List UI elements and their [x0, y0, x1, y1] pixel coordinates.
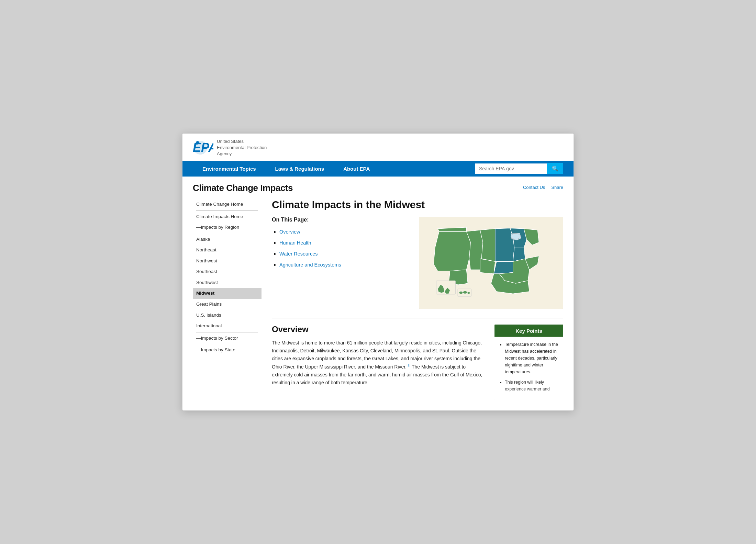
key-points-box: Key Points Temperature increase in the M… — [494, 325, 563, 400]
key-point-2: This region will likely experience warme… — [505, 379, 558, 393]
nav-env-topics[interactable]: Environmental Topics — [193, 161, 266, 177]
content-title: Climate Impacts in the Midwest — [272, 199, 563, 211]
page-title: Climate Change Impacts — [193, 183, 293, 193]
sidebar-item-alaska[interactable]: Alaska — [193, 234, 262, 245]
epa-logo-text: United StatesEnvironmental ProtectionAge… — [217, 138, 267, 157]
nav-about-epa[interactable]: About EPA — [334, 161, 379, 177]
svg-point-7 — [463, 291, 467, 294]
svg-point-8 — [467, 292, 470, 294]
overview-section: Overview The Midwest is home to more tha… — [272, 325, 563, 400]
list-item-water-resources: Water Resources — [279, 248, 409, 259]
key-points-header: Key Points — [494, 325, 563, 337]
footnote-1: [1] — [407, 363, 410, 367]
sidebar-item-southeast[interactable]: Southeast — [193, 266, 262, 277]
sidebar-divider-1 — [196, 210, 258, 211]
sidebar-item-climate-change-home[interactable]: Climate Change Home — [193, 199, 262, 210]
key-point-1: Temperature increase in the Midwest has … — [505, 341, 558, 375]
sidebar-divider-3 — [196, 332, 258, 332]
content-area: Climate Impacts in the Midwest On This P… — [265, 195, 563, 400]
sidebar: Climate Change Home Climate Impacts Home… — [193, 195, 265, 400]
content-divider — [272, 318, 563, 318]
sidebar-item-northeast[interactable]: Northeast — [193, 245, 262, 256]
nav-search-bar: 🔍 — [475, 163, 563, 174]
link-agriculture[interactable]: Agriculture and Ecosystems — [279, 262, 341, 268]
link-human-health[interactable]: Human Health — [279, 240, 311, 246]
main-layout: Climate Change Home Climate Impacts Home… — [182, 195, 574, 410]
link-overview[interactable]: Overview — [279, 229, 300, 235]
search-input[interactable] — [475, 163, 547, 174]
on-this-page: On This Page: Overview Human Health Wate… — [272, 217, 409, 270]
epa-logo-icon: EPA — [193, 139, 213, 156]
svg-point-3 — [511, 234, 521, 239]
epa-header: EPA United StatesEnvironmental Protectio… — [182, 134, 574, 161]
sidebar-divider-4 — [196, 344, 258, 344]
sidebar-impacts-by-sector-label: —Impacts by Sector — [193, 333, 262, 343]
contact-us-link[interactable]: Contact Us — [523, 185, 545, 190]
page-actions: Contact Us Share — [523, 185, 563, 190]
key-points-body: Temperature increase in the Midwest has … — [494, 337, 563, 400]
overview-title: Overview — [272, 325, 486, 334]
epa-logo[interactable]: EPA United StatesEnvironmental Protectio… — [193, 138, 267, 157]
overview-text: Overview The Midwest is home to more tha… — [272, 325, 486, 387]
page-title-row: Climate Change Impacts Contact Us Share — [182, 177, 574, 195]
sidebar-impacts-by-state-label: —Impacts by State — [193, 345, 262, 355]
sidebar-item-great-plains[interactable]: Great Plains — [193, 299, 262, 310]
list-item-overview: Overview — [279, 226, 409, 237]
sidebar-impacts-by-region-label: —Impacts by Region — [193, 222, 262, 232]
share-link[interactable]: Share — [551, 185, 563, 190]
browser-window: EPA United StatesEnvironmental Protectio… — [182, 133, 574, 411]
list-item-agriculture: Agriculture and Ecosystems — [279, 259, 409, 270]
us-map-svg — [423, 220, 559, 305]
key-points-list: Temperature increase in the Midwest has … — [499, 341, 558, 393]
on-this-page-label: On This Page: — [272, 217, 409, 223]
sidebar-item-southwest[interactable]: Southwest — [193, 277, 262, 288]
on-this-page-section: On This Page: Overview Human Health Wate… — [272, 217, 563, 309]
svg-point-6 — [459, 291, 463, 294]
epa-logo-fullname: United StatesEnvironmental ProtectionAge… — [217, 138, 267, 157]
svg-text:EPA: EPA — [193, 140, 213, 155]
search-button[interactable]: 🔍 — [547, 163, 563, 174]
sidebar-item-international[interactable]: International — [193, 320, 262, 331]
sidebar-item-northwest[interactable]: Northwest — [193, 256, 262, 267]
sidebar-divider-2 — [196, 233, 258, 233]
overview-body: The Midwest is home to more than 61 mill… — [272, 339, 486, 387]
nav-laws-regs[interactable]: Laws & Regulations — [266, 161, 334, 177]
list-item-human-health: Human Health — [279, 237, 409, 248]
us-map-container — [419, 217, 563, 309]
sidebar-item-us-islands[interactable]: U.S. Islands — [193, 310, 262, 321]
nav-bar: Environmental Topics Laws & Regulations … — [182, 161, 574, 177]
link-water-resources[interactable]: Water Resources — [279, 251, 318, 257]
sidebar-item-climate-impacts-home[interactable]: Climate Impacts Home — [193, 211, 262, 222]
on-this-page-list: Overview Human Health Water Resources Ag… — [272, 226, 409, 270]
sidebar-item-midwest[interactable]: Midwest — [193, 288, 262, 299]
